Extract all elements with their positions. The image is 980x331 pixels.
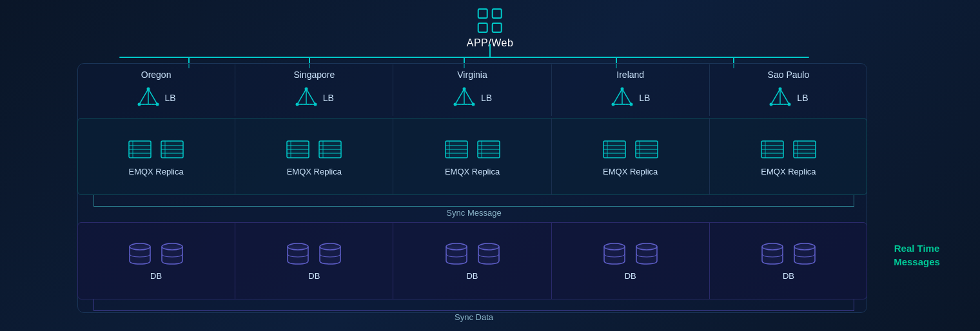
- db-icon-5b: [792, 241, 818, 266]
- db-icon-4a: [602, 241, 627, 266]
- db-icon-3b: [476, 241, 502, 266]
- db-col-singapore: DB: [235, 222, 393, 299]
- emqx-label-ireland: EMQX Replica: [603, 167, 658, 176]
- db-icon-1b: [159, 241, 185, 266]
- emqx-icon-4a: [602, 137, 627, 162]
- lb-label-ireland: LB: [639, 93, 650, 103]
- lb-label-oregon: LB: [165, 93, 176, 103]
- lb-ireland: LB: [611, 86, 650, 109]
- db-col-oregon: DB: [77, 222, 235, 299]
- db-label-singapore: DB: [308, 271, 320, 281]
- emqx-icon-2a: [286, 137, 310, 162]
- db-label-virginia: DB: [466, 271, 478, 281]
- region-name-ireland: Ireland: [616, 70, 644, 80]
- sync-data-label: Sync Data: [455, 312, 493, 322]
- emqx-col-ireland: EMQX Replica: [552, 118, 710, 195]
- region-header-saopaulo: Sao Paulo LB: [710, 64, 867, 116]
- svg-rect-0: [478, 9, 487, 18]
- sync-message-bracket: Sync Message: [93, 195, 854, 207]
- emqx-icon-2b: [318, 137, 342, 162]
- emqx-icon-4b: [634, 137, 659, 162]
- db-col-ireland: DB: [552, 222, 710, 299]
- db-section: DB DB: [77, 222, 867, 299]
- sync-data-bracket: Sync Data: [93, 299, 854, 311]
- emqx-icon-5a: [760, 137, 785, 162]
- db-icons-singapore: [285, 241, 343, 266]
- emqx-icon-3a: [444, 137, 469, 162]
- emqx-icon-1b: [160, 137, 184, 162]
- lb-label-virginia: LB: [481, 93, 492, 103]
- svg-rect-3: [493, 23, 502, 32]
- region-header-singapore: Singapore LB: [235, 64, 393, 116]
- region-header-ireland: Ireland LB: [552, 64, 710, 116]
- lb-oregon: LB: [137, 86, 176, 109]
- lb-icon-ireland: [611, 86, 634, 109]
- lb-icon-singapore: [295, 86, 318, 109]
- emqx-icons-virginia: [444, 137, 501, 162]
- lb-saopaulo: LB: [769, 86, 808, 109]
- region-header-virginia: Virginia LB: [393, 64, 551, 116]
- db-col-saopaulo: DB: [710, 222, 867, 299]
- db-icon-5a: [760, 241, 785, 266]
- lb-icon-virginia: [453, 86, 476, 109]
- region-header-oregon: Oregon LB: [77, 64, 235, 116]
- lb-label-singapore: LB: [323, 93, 334, 103]
- lb-icon-oregon: [137, 86, 160, 109]
- region-name-oregon: Oregon: [141, 70, 172, 80]
- db-icon-2a: [285, 241, 311, 266]
- emqx-label-singapore: EMQX Replica: [287, 167, 342, 176]
- emqx-icon-1a: [128, 137, 152, 162]
- emqx-col-saopaulo: EMQX Replica: [710, 118, 867, 195]
- real-time-messages-label: Real Time Messages: [878, 241, 956, 269]
- svg-rect-2: [478, 23, 487, 32]
- db-col-virginia: DB: [393, 222, 551, 299]
- db-label-oregon: DB: [150, 271, 162, 281]
- emqx-col-oregon: EMQX Replica: [77, 118, 235, 195]
- svg-rect-1: [493, 9, 502, 18]
- db-icons-ireland: [602, 241, 660, 266]
- emqx-col-virginia: EMQX Replica: [393, 118, 551, 195]
- app-grid-icon: [476, 6, 504, 35]
- db-label-saopaulo: DB: [783, 271, 794, 281]
- emqx-section: EMQX Replica EMQX R: [77, 118, 867, 195]
- db-icons-virginia: [444, 241, 502, 266]
- emqx-label-oregon: EMQX Replica: [128, 167, 183, 176]
- sync-message-label: Sync Message: [446, 208, 501, 218]
- emqx-icons-ireland: [602, 137, 659, 162]
- emqx-icon-5b: [792, 137, 817, 162]
- emqx-icons-oregon: [128, 137, 184, 162]
- emqx-label-saopaulo: EMQX Replica: [761, 167, 816, 176]
- lb-virginia: LB: [453, 86, 492, 109]
- lb-singapore: LB: [295, 86, 334, 109]
- diagram-container: APP/Web Oregon LB: [0, 0, 980, 331]
- region-name-singapore: Singapore: [293, 70, 335, 80]
- emqx-icon-3b: [476, 137, 501, 162]
- db-icons-oregon: [127, 241, 185, 266]
- emqx-label-virginia: EMQX Replica: [445, 167, 500, 176]
- db-label-ireland: DB: [625, 271, 636, 281]
- db-icon-3a: [444, 241, 469, 266]
- db-icon-4b: [634, 241, 660, 266]
- app-web-node: APP/Web: [467, 6, 514, 49]
- emqx-icons-saopaulo: [760, 137, 817, 162]
- region-name-saopaulo: Sao Paulo: [768, 70, 810, 80]
- db-icon-1a: [127, 241, 153, 266]
- emqx-col-singapore: EMQX Replica: [235, 118, 393, 195]
- emqx-icons-singapore: [286, 137, 342, 162]
- region-name-virginia: Virginia: [457, 70, 487, 80]
- top-horizontal-connector: [119, 57, 809, 58]
- db-icons-saopaulo: [760, 241, 818, 266]
- region-headers-row: Oregon LB Singapore: [77, 64, 867, 116]
- lb-label-saopaulo: LB: [797, 93, 808, 103]
- lb-icon-saopaulo: [769, 86, 792, 109]
- top-vertical-connector: [489, 44, 491, 58]
- db-icon-2b: [317, 241, 343, 266]
